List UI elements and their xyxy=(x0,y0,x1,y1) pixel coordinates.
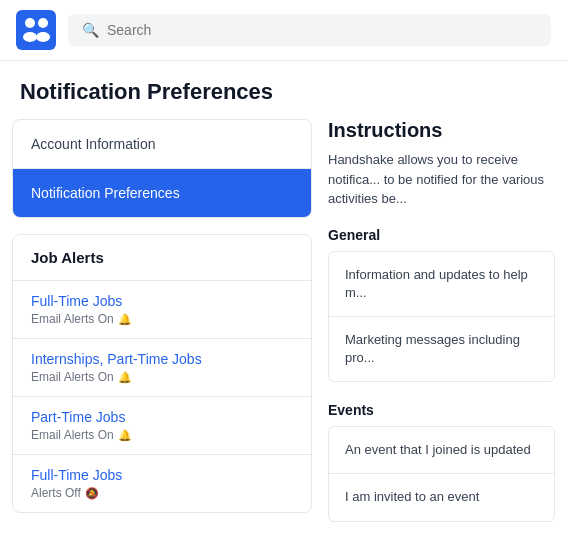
section-label-general: General xyxy=(328,227,555,243)
mute-icon xyxy=(85,486,99,500)
events-notification-rows: An event that I joined is updated I am i… xyxy=(328,426,555,521)
job-alert-status: Email Alerts On xyxy=(31,428,293,442)
bell-icon xyxy=(118,370,132,384)
page-title: Notification Preferences xyxy=(20,79,547,105)
header: 🔍 xyxy=(0,0,567,61)
bell-icon xyxy=(118,428,132,442)
instructions-title: Instructions xyxy=(328,119,555,142)
job-alert-name[interactable]: Internships, Part-Time Jobs xyxy=(31,351,293,367)
job-alert-name[interactable]: Full-Time Jobs xyxy=(31,467,293,483)
list-item: Full-Time Jobs Alerts Off xyxy=(13,455,311,512)
job-alerts-header: Job Alerts xyxy=(13,235,311,281)
svg-point-1 xyxy=(25,18,35,28)
sidebar-item-notification-preferences[interactable]: Notification Preferences xyxy=(13,169,311,217)
page-title-area: Notification Preferences xyxy=(0,61,567,119)
notification-row: Information and updates to help m... xyxy=(329,252,554,317)
list-item: Part-Time Jobs Email Alerts On xyxy=(13,397,311,455)
search-icon: 🔍 xyxy=(82,22,99,38)
logo-icon xyxy=(16,10,56,50)
job-alerts-section: Job Alerts Full-Time Jobs Email Alerts O… xyxy=(12,234,312,513)
sidebar-item-account-information[interactable]: Account Information xyxy=(13,120,311,169)
notification-row: I am invited to an event xyxy=(329,474,554,520)
main-content: Account Information Notification Prefere… xyxy=(0,119,567,542)
job-alert-name[interactable]: Part-Time Jobs xyxy=(31,409,293,425)
section-label-events: Events xyxy=(328,402,555,418)
notification-row: Marketing messages including pro... xyxy=(329,317,554,381)
bell-icon xyxy=(118,312,132,326)
svg-point-3 xyxy=(38,18,48,28)
svg-point-4 xyxy=(36,32,50,42)
list-item: Full-Time Jobs Email Alerts On xyxy=(13,281,311,339)
svg-rect-0 xyxy=(16,10,56,50)
search-input[interactable] xyxy=(107,22,537,38)
sidebar-nav: Account Information Notification Prefere… xyxy=(12,119,312,218)
general-notification-rows: Information and updates to help m... Mar… xyxy=(328,251,555,383)
instructions-text: Handshake allows you to receive notifica… xyxy=(328,150,555,209)
svg-point-2 xyxy=(23,32,37,42)
right-panel: Instructions Handshake allows you to rec… xyxy=(312,119,555,542)
notification-row: An event that I joined is updated xyxy=(329,427,554,474)
job-alert-status: Email Alerts On xyxy=(31,312,293,326)
job-alert-status: Email Alerts On xyxy=(31,370,293,384)
job-alert-status: Alerts Off xyxy=(31,486,293,500)
list-item: Internships, Part-Time Jobs Email Alerts… xyxy=(13,339,311,397)
job-alert-name[interactable]: Full-Time Jobs xyxy=(31,293,293,309)
search-bar[interactable]: 🔍 xyxy=(68,14,551,46)
